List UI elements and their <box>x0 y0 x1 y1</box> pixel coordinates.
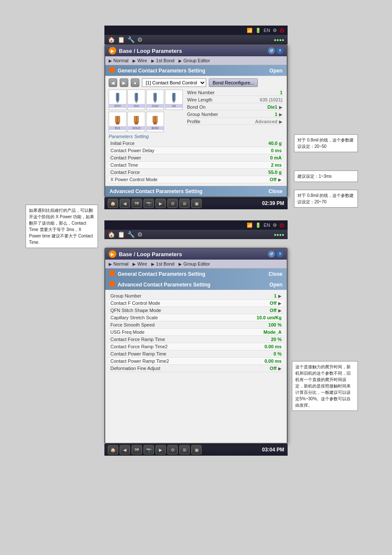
section-icon <box>110 67 115 72</box>
taskbar2-map[interactable]: 🗺 <box>132 445 142 454</box>
device-icon-bom[interactable]: BOM <box>146 112 164 132</box>
help-btn-2[interactable]: ? <box>277 251 283 257</box>
nav-group-editor[interactable]: ▶ Group Editor <box>179 58 210 63</box>
device-icon-sold[interactable]: SOLD <box>127 112 145 132</box>
taskbar-arrow[interactable]: ▶ <box>156 199 166 208</box>
nav-1st-bond[interactable]: ▶ 1st Bond <box>151 58 174 63</box>
wifi-icon-2: 📶 <box>247 223 253 228</box>
help-btn[interactable]: ? <box>277 47 283 54</box>
annotation-left-1: 如果遇到比拟难打的产品，可以翻开这个阶段的 X Power 功能，如果翻开了该功… <box>26 205 98 248</box>
device-icon-hit[interactable]: Hit <box>165 90 183 110</box>
force-smooth-row: Force Smooth Speed 100 % <box>109 321 283 329</box>
taskbar-home[interactable]: 🏠 <box>108 199 118 208</box>
window2-icon: ▶ <box>109 250 116 258</box>
qfn-stitch-row[interactable]: QFN Stitch Shape Mode Off ▶ <box>109 307 283 314</box>
taskbar2-camera[interactable]: 📷 <box>144 445 154 454</box>
nav-wire[interactable]: ▶ Wire <box>133 58 147 63</box>
params-table: Initial Force 40.0 g Contact Power Delay… <box>109 140 283 183</box>
svg-marker-8 <box>153 101 157 103</box>
nav2-group-editor[interactable]: ▶ Group Editor <box>179 261 210 266</box>
window-icon: ▶ <box>109 47 116 55</box>
taskbar2-window[interactable]: ▣ <box>191 445 202 454</box>
advanced-section-header-1: Advanced Contact Parameters Setting Clos… <box>105 186 287 197</box>
settings-icon: ⚙ <box>273 28 277 33</box>
bond-reconfigure-button[interactable]: Bond Reconfigure... <box>209 78 258 87</box>
wire-length-row: Wire Length 635 (1021) <box>186 97 283 103</box>
cont-label: Cont <box>147 104 164 108</box>
r21-label: R21 <box>109 126 126 130</box>
nav-normal[interactable]: ▶ Normal <box>109 58 128 63</box>
params-setting-header: Parameters Setting <box>109 134 283 139</box>
contact-bond-row: ◀ ▶ ● [1] Contact Bond Control Bond Reco… <box>109 78 283 87</box>
window-2-titlebar: ▶ Base / Loop Parameters ↺ ? <box>105 249 287 260</box>
contact-power-ramp2-row: Contact Power Ramp Time2 0.00 ms <box>109 358 283 365</box>
deformation-fine-row[interactable]: Deformation Fine Adjust Off ▶ <box>109 365 283 372</box>
taskbar2-grid[interactable]: ⊞ <box>179 445 190 454</box>
taskbar2-home[interactable]: 🏠 <box>108 445 118 454</box>
toolbar2-status: ●●●● <box>274 232 284 237</box>
profile-row[interactable]: Profile Advanced ▶ <box>186 119 283 125</box>
nav2-1st-bond[interactable]: ▶ 1st Bond <box>151 261 174 266</box>
nav2-wire[interactable]: ▶ Wire <box>133 261 147 266</box>
toolbar-icon-2[interactable]: 📋 <box>118 36 125 43</box>
wifi-icon: 📶 <box>247 28 253 33</box>
toolbar-icon-1[interactable]: 🏠 <box>108 36 115 43</box>
window-1: ▶ Base / Loop Parameters ↺ ? ▶ Normal ▶ … <box>104 44 288 197</box>
toolbar2-icon-2[interactable]: 📋 <box>118 231 125 238</box>
refresh-btn-2[interactable]: ↺ <box>268 251 275 257</box>
taskbar2-settings[interactable]: ⚙ <box>167 445 178 454</box>
next-contact-btn[interactable]: ▶ <box>120 78 128 87</box>
top-toolbar-2: 🏠 📋 🔧 ⚙ ●●●● <box>104 230 288 239</box>
toolbar2-icon-1[interactable]: 🏠 <box>108 231 115 238</box>
adv-group-number-row[interactable]: Group Number 1 ▶ <box>109 292 283 300</box>
device-icon-cont[interactable]: Cont <box>146 90 164 110</box>
window-2-title: Base / Loop Parameters <box>119 251 182 257</box>
contact-f-control-row[interactable]: Contact F Control Mode Off ▶ <box>109 300 283 307</box>
system-bar-2: 📶 🔋 EN ⚙ ⏻ <box>104 220 288 230</box>
advanced-section-content: Group Number 1 ▶ Contact F Control Mode … <box>105 290 287 443</box>
taskbar2-arrow[interactable]: ▶ <box>156 445 166 454</box>
x-power-control-row[interactable]: X Power Control Mode Off ▶ <box>109 176 283 183</box>
toolbar-icon-3[interactable]: 🔧 <box>127 36 135 43</box>
general-section-content: ◀ ▶ ● [1] Contact Bond Control Bond Reco… <box>105 76 287 186</box>
taskbar-2: 🏠 ◀ 🗺 📷 ▶ ⚙ ⊞ ▣ 03:04 PM <box>104 444 288 456</box>
nav-bar-2: ▶ Normal ▶ Wire ▶ 1st Bond ▶ Group Edito… <box>105 260 287 269</box>
empty-space <box>109 372 283 440</box>
section-icon-2 <box>110 271 115 276</box>
device-icon-r21[interactable]: R21 <box>109 112 127 132</box>
taskbar-settings[interactable]: ⚙ <box>167 199 178 208</box>
prev-contact-btn[interactable]: ◀ <box>109 78 117 87</box>
svg-rect-20 <box>153 122 157 124</box>
toolbar2-icon-4[interactable]: ⚙ <box>137 231 143 238</box>
nav2-normal[interactable]: ▶ Normal <box>109 261 128 266</box>
svg-rect-17 <box>135 122 138 124</box>
taskbar2-back[interactable]: ◀ <box>120 445 130 454</box>
capillary-stretch-row: Capillary Stretch Scale 10.0 um/Kg <box>109 314 283 321</box>
device-icon-efo[interactable]: EFO <box>109 90 127 110</box>
group-number-row[interactable]: Group Number 1 ▶ <box>186 111 283 118</box>
device-icon-sch[interactable]: Sch <box>127 90 145 110</box>
taskbar-back[interactable]: ◀ <box>120 199 130 208</box>
usg-freq-row: USG Freq Mode Mode_A <box>109 329 283 336</box>
svg-marker-2 <box>116 101 119 103</box>
taskbar-time-2: 03:04 PM <box>262 447 284 453</box>
battery-icon-2: 🔋 <box>255 223 261 228</box>
taskbar-map[interactable]: 🗺 <box>132 199 142 208</box>
toolbar-icon-4[interactable]: ⚙ <box>137 36 143 43</box>
settings-icon-2: ⚙ <box>273 223 277 228</box>
bond-on-row[interactable]: Bond On Die1 ▶ <box>186 104 283 110</box>
contact-power-ramp-row: Contact Power Ramp Time 0 % <box>109 350 283 358</box>
svg-marker-11 <box>172 101 176 103</box>
refresh-btn[interactable]: ↺ <box>268 47 275 54</box>
toolbar2-icon-3[interactable]: 🔧 <box>127 231 135 238</box>
param-row-container: EFO Sch Cont <box>109 90 283 132</box>
contact-select[interactable]: [1] Contact Bond Control <box>142 78 206 87</box>
add-contact-btn[interactable]: ● <box>131 78 139 87</box>
contact-force-ramp-row: Contact Force Ramp Time 20 % <box>109 336 283 343</box>
taskbar-window[interactable]: ▣ <box>191 199 202 208</box>
taskbar-camera[interactable]: 📷 <box>144 199 154 208</box>
general-section-header-2: General Contact Parameters Setting Close <box>105 269 287 279</box>
contact-force-row: Contact Force 55.0 g <box>109 169 283 176</box>
language-indicator-2: EN <box>264 223 270 228</box>
taskbar-grid[interactable]: ⊞ <box>179 199 190 208</box>
